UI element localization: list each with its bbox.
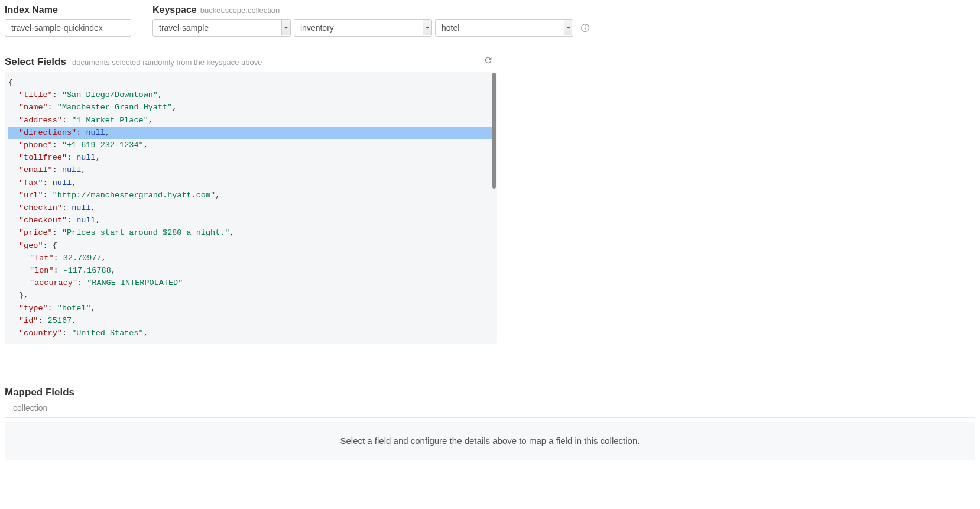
index-name-label: Index Name [5, 5, 58, 15]
json-line[interactable]: { [8, 76, 493, 89]
bucket-select[interactable]: travel-sample [152, 19, 291, 37]
json-line[interactable]: "address": "1 Market Place", [8, 114, 493, 127]
mapped-fields-title: Mapped Fields [5, 387, 975, 398]
select-fields-section: Select Fields documents selected randoml… [5, 56, 497, 344]
top-row: Index Name Keyspace bucket.scope.collect… [5, 5, 975, 37]
keyspace-hint: bucket.scope.collection [200, 6, 280, 15]
json-line[interactable]: "lat": 32.70977, [8, 252, 493, 264]
select-fields-hint: documents selected randomly from the key… [72, 58, 262, 67]
keyspace-label: Keyspace [152, 5, 197, 15]
index-name-input[interactable] [5, 19, 131, 37]
json-line[interactable]: "url": "http://manchestergrand.hyatt.com… [8, 189, 493, 202]
scrollbar[interactable] [492, 72, 497, 344]
collection-select[interactable]: hotel [435, 19, 573, 37]
json-line[interactable]: "tollfree": null, [8, 151, 493, 164]
svg-point-2 [585, 25, 585, 26]
json-line[interactable]: "lon": -117.16788, [8, 264, 493, 277]
select-fields-title: Select Fields [5, 56, 66, 68]
json-line[interactable]: "geo": { [8, 239, 493, 252]
divider [5, 417, 975, 418]
json-line[interactable]: "title": "San Diego/Downtown", [8, 89, 493, 101]
json-line[interactable]: "name": "Manchester Grand Hyatt", [8, 101, 493, 114]
json-line[interactable]: "email": null, [8, 164, 493, 176]
json-line[interactable]: "id": 25167, [8, 315, 493, 327]
json-viewer[interactable]: {"title": "San Diego/Downtown","name": "… [5, 72, 497, 344]
json-line[interactable]: "directions": null, [8, 127, 493, 139]
json-line[interactable]: "checkin": null, [8, 202, 493, 214]
json-line[interactable]: "checkout": null, [8, 214, 493, 226]
json-line[interactable]: "price": "Prices start around $280 a nig… [8, 226, 493, 239]
json-line[interactable]: "accuracy": "RANGE_INTERPOLATED" [8, 277, 493, 289]
mapped-fields-section: Mapped Fields collection Select a field … [5, 387, 975, 460]
info-icon[interactable] [580, 22, 590, 33]
refresh-icon[interactable] [483, 56, 497, 67]
mapped-fields-sub: collection [5, 403, 975, 413]
json-line[interactable]: "country": "United States", [8, 327, 493, 339]
scope-select[interactable]: inventory [294, 19, 432, 37]
scrollbar-thumb[interactable] [492, 73, 496, 189]
json-line[interactable]: }, [8, 289, 493, 301]
index-name-group: Index Name [5, 5, 131, 37]
json-line[interactable]: "type": "hotel", [8, 302, 493, 315]
json-line[interactable]: "fax": null, [8, 177, 493, 189]
json-line[interactable]: "phone": "+1 619 232-1234", [8, 139, 493, 151]
mapped-fields-empty: Select a field and configure the details… [5, 422, 975, 460]
keyspace-group: Keyspace bucket.scope.collection travel-… [152, 5, 590, 37]
